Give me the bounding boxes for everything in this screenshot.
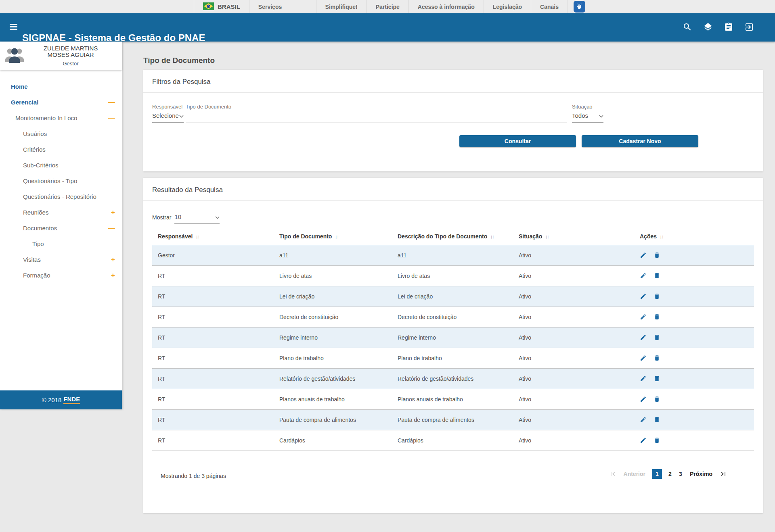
sort-icon[interactable]: ↓↑ — [195, 234, 199, 240]
page-1[interactable]: 1 — [652, 469, 662, 479]
edit-icon[interactable] — [640, 293, 652, 299]
cell-situacao: Ativo — [513, 389, 634, 409]
cell-tipo-documento: Planos anuais de trabalho — [274, 389, 392, 409]
column-header-tipo-de-documento[interactable]: Tipo de Documento↓↑ — [274, 228, 392, 245]
first-page-icon[interactable] — [609, 470, 617, 478]
delete-icon[interactable] — [654, 272, 666, 279]
situacao-select[interactable]: Todos — [572, 111, 603, 123]
layers-icon[interactable] — [703, 22, 713, 32]
sort-icon[interactable]: ↓↑ — [545, 234, 549, 240]
edit-icon[interactable] — [640, 313, 652, 320]
delete-icon[interactable] — [654, 252, 666, 258]
sort-icon[interactable]: ↓↑ — [660, 234, 663, 240]
cell-tipo-documento: Relatório de gestão/atividades — [274, 368, 392, 389]
fnde-link[interactable]: FNDE — [63, 396, 80, 404]
edit-icon[interactable] — [640, 252, 652, 258]
vlibras-hands-icon[interactable] — [574, 1, 585, 13]
cell-descricao: Regime interno — [392, 327, 513, 348]
column-header-responsavel[interactable]: Responsável↓↑ — [152, 228, 274, 245]
sort-icon[interactable]: ↓↑ — [335, 234, 338, 240]
sidebar: ZULEIDE MARTINS MOSES AGUIAR Gestor Home… — [0, 42, 122, 409]
search-icon[interactable] — [683, 22, 692, 32]
exit-icon[interactable] — [744, 22, 754, 32]
edit-icon[interactable] — [640, 334, 652, 340]
edit-icon[interactable] — [640, 437, 652, 443]
sidebar-item-usuarios[interactable]: Usuários — [0, 126, 122, 142]
edit-icon[interactable] — [640, 396, 652, 402]
previous-page-button[interactable]: Anterior — [624, 471, 645, 477]
sidebar-item-questionarios-repositorio[interactable]: Questionários - Repositório — [0, 189, 122, 204]
table-row: RT Relatório de gestão/atividades Relató… — [152, 368, 754, 389]
edit-icon[interactable] — [640, 375, 652, 382]
sidebar-footer: © 2018 FNDE — [0, 390, 122, 409]
responsavel-value: Selecione — [152, 112, 179, 119]
cadastrar-novo-button[interactable]: Cadastrar Novo — [582, 135, 698, 147]
sidebar-item-formacao[interactable]: Formação + — [0, 267, 122, 283]
collapse-icon[interactable]: — — [108, 99, 115, 106]
column-header-acoes[interactable]: Ações↓↑ — [634, 228, 754, 245]
edit-icon[interactable] — [640, 272, 652, 279]
table-header-row: Responsável↓↑ Tipo de Documento↓↑ Descri… — [152, 228, 754, 245]
sidebar-item-documentos[interactable]: Documentos — — [0, 220, 122, 236]
page-2[interactable]: 2 — [668, 471, 672, 477]
sidebar-item-label: Questionários - Repositório — [23, 193, 96, 200]
sidebar-item-monitoramento-in-loco[interactable]: Monitoramento In Loco — — [0, 110, 122, 126]
gov-link-simplifique[interactable]: Simplifique! — [316, 0, 367, 13]
mostrar-label: Mostrar — [152, 214, 171, 224]
expand-icon[interactable]: + — [111, 256, 115, 263]
sort-icon[interactable]: ↓↑ — [490, 234, 494, 240]
gov-link-participe[interactable]: Participe — [367, 0, 408, 13]
cell-situacao: Ativo — [513, 368, 634, 389]
sidebar-item-home[interactable]: Home — [0, 79, 122, 94]
cell-situacao: Ativo — [513, 348, 634, 368]
cell-situacao: Ativo — [513, 245, 634, 265]
tipo-documento-input[interactable] — [186, 111, 567, 123]
edit-icon[interactable] — [640, 355, 652, 361]
gov-link-canais[interactable]: Canais — [531, 0, 568, 13]
responsavel-select[interactable]: Selecione — [152, 111, 184, 123]
cell-situacao: Ativo — [513, 265, 634, 286]
cell-tipo-documento: Pauta de compra de alimentos — [274, 409, 392, 430]
sidebar-item-visitas[interactable]: Visitas + — [0, 252, 122, 267]
sidebar-item-tipo[interactable]: Tipo — [0, 236, 122, 252]
menu-icon[interactable] — [10, 24, 17, 30]
column-header-descricao-do-tipo-de-documento[interactable]: Descrição do Tipo de Documento↓↑ — [392, 228, 513, 245]
responsavel-label: Responsável — [152, 104, 184, 110]
column-header-label: Ações — [640, 233, 657, 240]
gov-link-servicos[interactable]: Serviços — [249, 0, 291, 13]
expand-icon[interactable]: + — [111, 272, 115, 279]
cell-descricao: a11 — [392, 245, 513, 265]
last-page-icon[interactable] — [719, 470, 727, 478]
column-header-situacao[interactable]: Situação↓↑ — [513, 228, 634, 245]
situacao-label: Situação — [572, 104, 603, 110]
sidebar-item-label: Reuniões — [23, 209, 48, 216]
gov-link-acesso-a-informacao[interactable]: Acesso à informação — [408, 0, 484, 13]
delete-icon[interactable] — [654, 416, 666, 423]
assignment-icon[interactable] — [724, 22, 733, 32]
sidebar-item-questionarios-tipo[interactable]: Questionários - Tipo — [0, 173, 122, 189]
delete-icon[interactable] — [654, 313, 666, 320]
page-3[interactable]: 3 — [678, 471, 683, 477]
sidebar-item-criterios[interactable]: Critérios — [0, 142, 122, 157]
sidebar-item-reunioes[interactable]: Reuniões + — [0, 204, 122, 220]
delete-icon[interactable] — [654, 355, 666, 361]
results-card: Resultado da Pesquisa Mostrar 10 Respons… — [143, 178, 763, 513]
delete-icon[interactable] — [654, 396, 666, 402]
consultar-button[interactable]: Consultar — [459, 135, 576, 147]
expand-icon[interactable]: + — [111, 209, 115, 216]
delete-icon[interactable] — [654, 293, 666, 299]
mostrar-select[interactable]: 10 — [174, 212, 220, 224]
results-summary: Mostrando 1 de 3 páginas — [161, 473, 226, 479]
delete-icon[interactable] — [654, 375, 666, 382]
gov-brand-brasil[interactable]: BRASIL — [194, 0, 249, 13]
gov-link-legislacao[interactable]: Legislação — [484, 0, 531, 13]
delete-icon[interactable] — [654, 437, 666, 443]
delete-icon[interactable] — [654, 334, 666, 340]
sidebar-item-gerencial[interactable]: Gerencial — — [0, 94, 122, 110]
cell-descricao: Lei de criação — [392, 286, 513, 307]
next-page-button[interactable]: Próximo — [690, 471, 712, 477]
edit-icon[interactable] — [640, 416, 652, 423]
collapse-icon[interactable]: — — [108, 115, 115, 121]
collapse-icon[interactable]: — — [108, 225, 115, 232]
sidebar-item-sub-criterios[interactable]: Sub-Critérios — [0, 157, 122, 173]
